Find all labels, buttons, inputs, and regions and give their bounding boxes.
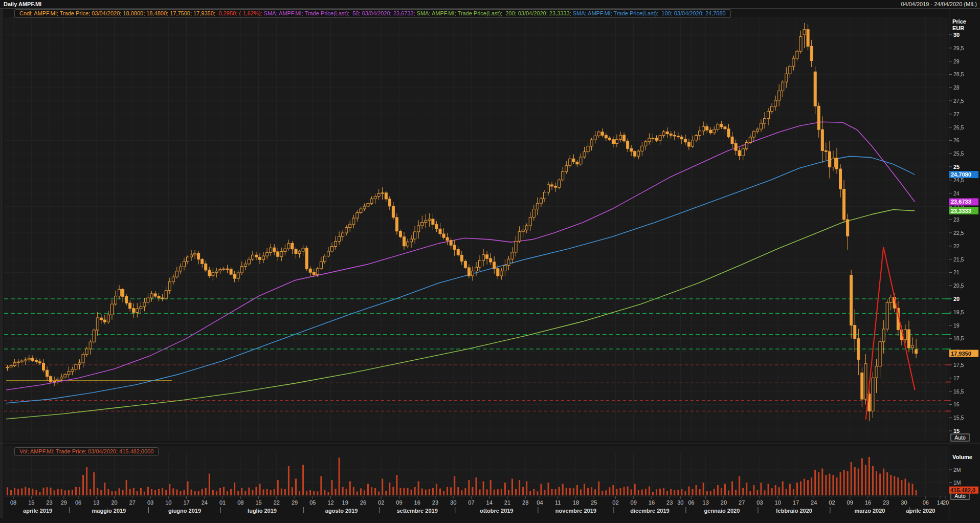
svg-text:15: 15: [255, 499, 261, 506]
svg-text:04: 04: [537, 499, 543, 506]
svg-text:12: 12: [327, 499, 333, 506]
month-label: gennaio 2020: [704, 508, 740, 514]
svg-text:30: 30: [450, 499, 456, 506]
svg-text:03: 03: [147, 499, 153, 506]
svg-text:03: 03: [756, 499, 763, 506]
month-label: giugno 2019: [168, 508, 201, 514]
svg-text:415.482,0: 415.482,0: [950, 487, 975, 493]
svg-text:18,5: 18,5: [953, 335, 964, 341]
svg-text:29: 29: [292, 499, 298, 506]
legend-box[interactable]: Cndl; AMPF.MI; Trade Price; 03/04/2020; …: [14, 9, 731, 18]
svg-text:30: 30: [677, 499, 683, 506]
svg-text:27,5: 27,5: [953, 98, 964, 104]
svg-text:EUR: EUR: [952, 25, 964, 31]
svg-text:16: 16: [649, 499, 655, 506]
month-label: ottobre 2019: [480, 508, 513, 514]
svg-text:08: 08: [237, 499, 243, 506]
svg-text:16: 16: [953, 401, 960, 407]
svg-text:22: 22: [953, 243, 960, 249]
svg-text:15,5: 15,5: [953, 415, 964, 421]
volume-value-box: 415.482,0: [949, 487, 978, 494]
legend-segment-sma200: SMA; AMPF.MI; Trade Price(Last); 200; 03…: [417, 10, 573, 17]
svg-text:02: 02: [612, 499, 618, 506]
svg-text:28: 28: [522, 499, 528, 506]
svg-text:15: 15: [953, 428, 960, 434]
svg-text:17: 17: [953, 375, 960, 381]
svg-text:18: 18: [573, 499, 579, 506]
svg-text:02: 02: [829, 499, 835, 506]
svg-text:1M: 1M: [953, 480, 961, 486]
svg-text:16: 16: [865, 499, 871, 506]
svg-text:26: 26: [360, 499, 366, 506]
svg-text:29,5: 29,5: [953, 45, 964, 51]
svg-text:Price: Price: [952, 18, 966, 25]
svg-text:29: 29: [953, 58, 960, 64]
svg-text:19: 19: [953, 322, 960, 329]
chart-canvas[interactable]: PriceEUR1515,51616,51717,51818,51919,520…: [0, 0, 980, 523]
svg-text:30: 30: [901, 499, 907, 506]
svg-text:20: 20: [953, 296, 960, 302]
svg-text:13: 13: [93, 499, 99, 506]
month-label: maggio 2019: [92, 508, 126, 514]
svg-text:22,5: 22,5: [953, 230, 964, 236]
svg-text:23: 23: [46, 499, 52, 506]
svg-text:25,5: 25,5: [953, 150, 964, 157]
svg-text:17,5: 17,5: [953, 362, 964, 368]
svg-text:05: 05: [309, 499, 316, 506]
svg-text:20: 20: [111, 499, 117, 506]
svg-text:17: 17: [183, 499, 189, 506]
legend-segment-change: -0,2950; (-1,62%);: [217, 10, 264, 17]
svg-text:25: 25: [953, 164, 960, 170]
svg-text:02: 02: [378, 499, 384, 506]
svg-text:16: 16: [414, 499, 420, 506]
month-label: marzo 2020: [855, 508, 885, 514]
svg-text:23,3333: 23,3333: [951, 208, 971, 214]
svg-text:20: 20: [721, 499, 727, 506]
svg-text:24,7080: 24,7080: [951, 171, 971, 178]
title-bar: Daily AMPF.MI 04/04/2019 - 24/04/2020 (M…: [0, 0, 980, 9]
svg-text:26,5: 26,5: [953, 124, 964, 130]
svg-text:Volume: Volume: [952, 454, 972, 460]
svg-text:Auto: Auto: [954, 434, 966, 441]
svg-text:25: 25: [591, 499, 597, 506]
svg-text:17: 17: [793, 499, 799, 506]
svg-text:28,5: 28,5: [953, 71, 964, 77]
svg-text:14: 14: [486, 499, 493, 506]
svg-text:10: 10: [165, 499, 171, 506]
svg-text:24: 24: [811, 499, 817, 506]
svg-text:21,5: 21,5: [953, 256, 964, 263]
legend-segment-sma100: SMA; AMPF.MI; Trade Price(Last); 100; 03…: [573, 10, 726, 17]
svg-text:09: 09: [396, 499, 402, 506]
svg-text:20: 20: [943, 499, 949, 506]
svg-text:21: 21: [504, 499, 510, 506]
volume-legend-box[interactable]: Vol; AMPF.MI; Trade Price; 03/04/2020; 4…: [14, 447, 159, 456]
chart-background: [0, 9, 980, 523]
svg-text:23: 23: [666, 499, 673, 506]
svg-text:09: 09: [631, 499, 637, 506]
svg-text:21: 21: [953, 269, 960, 275]
svg-text:23: 23: [883, 499, 889, 506]
svg-text:08: 08: [10, 499, 16, 506]
price-axis-auto-button[interactable]: Auto: [951, 434, 969, 441]
month-label: novembre 2019: [555, 508, 596, 514]
svg-text:11: 11: [555, 499, 561, 506]
svg-text:07: 07: [468, 499, 474, 506]
svg-text:13: 13: [703, 499, 709, 506]
month-label: settembre 2019: [397, 508, 438, 514]
svg-text:10: 10: [775, 499, 781, 506]
svg-text:19,5: 19,5: [953, 309, 964, 315]
svg-text:19: 19: [342, 499, 348, 506]
svg-text:15: 15: [28, 499, 34, 506]
svg-text:24: 24: [953, 190, 960, 197]
volume-legend-text: Vol; AMPF.MI; Trade Price; 03/04/2020; 4…: [19, 448, 153, 455]
svg-text:27: 27: [739, 499, 745, 506]
date-range-label: 04/04/2019 - 24/04/2020 (MIL): [901, 1, 977, 7]
month-label: dicembre 2019: [630, 508, 669, 514]
svg-text:09: 09: [847, 499, 853, 506]
legend-segment-cndl: Cndl; AMPF.MI; Trade Price; 03/04/2020; …: [19, 10, 217, 17]
svg-text:23: 23: [953, 216, 960, 223]
svg-text:16,5: 16,5: [953, 388, 964, 395]
svg-text:23: 23: [432, 499, 438, 506]
volume-axis-auto-button[interactable]: Auto: [951, 493, 969, 499]
svg-text:2M: 2M: [953, 467, 961, 473]
